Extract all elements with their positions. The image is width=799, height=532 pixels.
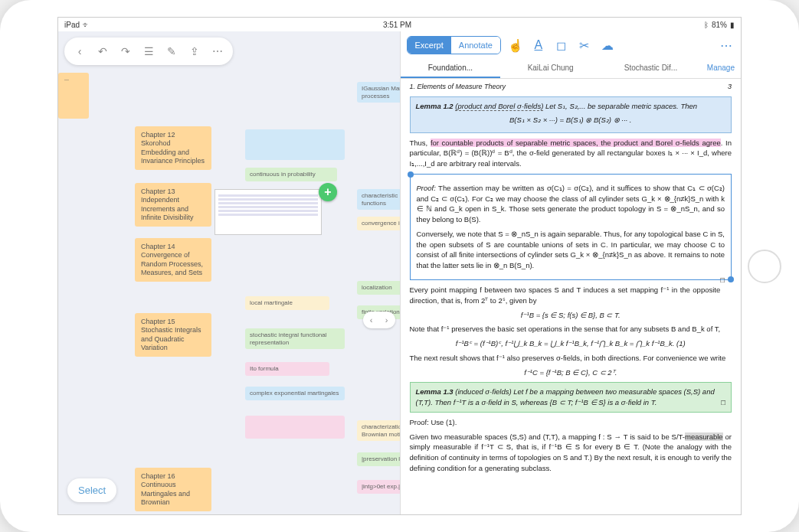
sub-node[interactable]: convergence in fd xyxy=(357,217,400,230)
segment-excerpt[interactable]: Excerpt xyxy=(408,37,451,54)
highlight[interactable]: measurable xyxy=(685,432,723,441)
next-arrow[interactable]: › xyxy=(380,313,394,327)
mode-segment: Excerpt Annotate xyxy=(407,36,501,54)
manage-link[interactable]: Manage xyxy=(701,59,741,78)
paragraph: Note that f⁻¹ preserves the basic set op… xyxy=(410,324,732,335)
chapter-node[interactable]: Chapter 14 Convergence of Random Process… xyxy=(135,238,211,282)
page-number: 3 xyxy=(728,82,732,92)
sub-node[interactable]: continuous in probability xyxy=(245,168,337,181)
sub-node[interactable]: stochastic integral functional represent… xyxy=(245,328,345,349)
battery-icon: ▮ xyxy=(730,21,735,29)
sub-node[interactable]: IGaussian Markov processes xyxy=(357,82,400,103)
paragraph: Every point mapping f between two spaces… xyxy=(410,285,732,306)
screen: iPad ᯤ 3:51 PM ᛒ 81% ▮ ‹ ↶ ↷ ☰ ✎ ⇪ ⋯ xyxy=(57,17,742,515)
lemma-subtitle: (product and Borel σ-fields) xyxy=(455,102,543,111)
right-toolbar: Excerpt Annotate ☝ A ◻ ✂ ☁ ⋯ xyxy=(401,31,742,59)
sub-node-ghost[interactable] xyxy=(245,416,345,439)
highlight[interactable]: for countable products of separable metr… xyxy=(431,139,721,147)
sub-node[interactable]: characterization of Brownian motion xyxy=(357,420,400,441)
lemma-box[interactable]: Lemma 1.3 (induced σ-fields) Let f be a … xyxy=(410,382,732,413)
lemma-math: B(S₁ × S₂ × ···) = B(S₁) ⊗ B(S₂) ⊗ ··· . xyxy=(416,115,726,126)
text-style-icon[interactable]: A xyxy=(530,38,547,52)
tab-kailai[interactable]: KaiLai Chung xyxy=(500,59,601,78)
clock: 3:51 PM xyxy=(383,21,411,29)
right-more-icon[interactable]: ⋯ xyxy=(718,38,735,53)
chapter-node[interactable]: ··· xyxy=(58,73,89,119)
chapter-node[interactable]: Chapter 16 Continuous Martingales and Br… xyxy=(135,468,211,511)
device-label: iPad xyxy=(64,21,80,29)
paragraph: Proof: Use (1). xyxy=(410,417,732,428)
tab-stochastic[interactable]: Stochastic Dif... xyxy=(601,59,701,78)
doc-header: 1. Elements of Measure Theory 3 xyxy=(410,82,732,92)
lemma-title: Lemma 1.3 xyxy=(416,387,454,396)
hand-tool-icon[interactable]: ☝ xyxy=(507,38,524,53)
sub-node-ghost[interactable] xyxy=(245,129,345,160)
bluetooth-icon: ᛒ xyxy=(704,21,709,29)
lemma-body: Let S₁, S₂,... be separable metric space… xyxy=(545,102,697,110)
prev-arrow[interactable]: ‹ xyxy=(365,313,378,327)
cloud-icon[interactable]: ☁ xyxy=(599,38,616,53)
add-node-button[interactable]: + xyxy=(319,183,337,201)
sub-node[interactable]: complex exponential martingales xyxy=(245,387,345,400)
paragraph: The next result shows that f⁻¹ also pres… xyxy=(410,353,732,364)
document-pane: Excerpt Annotate ☝ A ◻ ✂ ☁ ⋯ Foundation.… xyxy=(400,31,742,514)
section-title: 1. Elements of Measure Theory xyxy=(410,82,506,92)
page-nav: ‹ › xyxy=(363,312,395,328)
sub-node[interactable]: localization xyxy=(357,281,400,295)
wifi-icon: ᯤ xyxy=(83,21,90,29)
math-display: f⁻¹Bᶜ = (f⁻¹B)ᶜ, f⁻¹⋃_k B_k = ⋃_k f⁻¹B_k… xyxy=(410,338,732,349)
mindmap-pane[interactable]: ‹ ↶ ↷ ☰ ✎ ⇪ ⋯ ··· Chapter 12 Skorohod Em… xyxy=(58,31,400,514)
document-body[interactable]: 1. Elements of Measure Theory 3 Lemma 1.… xyxy=(401,79,742,514)
chapter-node[interactable]: Chapter 15 Stochastic Integrals and Quad… xyxy=(135,313,211,357)
home-button[interactable] xyxy=(748,250,781,283)
battery-percent: 81% xyxy=(712,21,727,29)
chapter-node[interactable]: Chapter 13 Independent Increments and In… xyxy=(135,183,211,227)
app-split-view: ‹ ↶ ↷ ☰ ✎ ⇪ ⋯ ··· Chapter 12 Skorohod Em… xyxy=(58,31,741,514)
math-display: f⁻¹B = {s ∈ S; f(s) ∈ B}, B ⊂ T. xyxy=(410,310,732,321)
document-tabs: Foundation... KaiLai Chung Stochastic Di… xyxy=(401,59,742,79)
select-button[interactable]: Select xyxy=(67,478,116,502)
lemma-subtitle: (induced σ-fields) xyxy=(455,387,511,396)
chapter-node[interactable]: Chapter 12 Skorohod Embedding and Invari… xyxy=(135,126,211,170)
tab-foundation[interactable]: Foundation... xyxy=(401,59,501,78)
crop-icon[interactable]: ◻ xyxy=(553,38,570,53)
sub-node[interactable]: |intg>0et exp.|intg xyxy=(357,480,400,494)
status-bar: iPad ᯤ 3:51 PM ᛒ 81% ▮ xyxy=(58,18,741,31)
node-preview[interactable] xyxy=(214,189,322,235)
math-display: f⁻¹C = {f⁻¹B; B ∈ C}, C ⊂ 2ᵀ. xyxy=(410,367,732,378)
qed-box: □ xyxy=(721,397,725,408)
sub-node[interactable]: |preservation laws xyxy=(357,452,400,466)
sub-node[interactable]: local martingale xyxy=(245,296,329,310)
ipad-frame: iPad ᯤ 3:51 PM ᛒ 81% ▮ ‹ ↶ ↷ ☰ ✎ ⇪ ⋯ xyxy=(0,0,799,532)
paragraph: Given two measurable spaces (S,S) and (T… xyxy=(410,432,732,474)
lemma-title: Lemma 1.2 xyxy=(416,102,454,110)
sub-node[interactable]: Ito formula xyxy=(245,362,329,376)
proof-selection-box[interactable]: Proof: The assertion may be written as σ… xyxy=(410,174,732,280)
selection-handle[interactable] xyxy=(408,171,414,178)
selection-handle[interactable] xyxy=(728,276,734,282)
lemma-box[interactable]: Lemma 1.2 (product and Borel σ-fields) L… xyxy=(410,96,732,133)
sub-node[interactable]: characteristic functions xyxy=(357,189,400,210)
qed-box: □ xyxy=(720,275,725,286)
lasso-icon[interactable]: ✂ xyxy=(576,38,593,53)
mindmap-canvas[interactable]: ··· Chapter 12 Skorohod Embedding and In… xyxy=(58,31,400,514)
paragraph: Thus, for countable products of separabl… xyxy=(410,138,732,169)
segment-annotate[interactable]: Annotate xyxy=(451,37,500,54)
